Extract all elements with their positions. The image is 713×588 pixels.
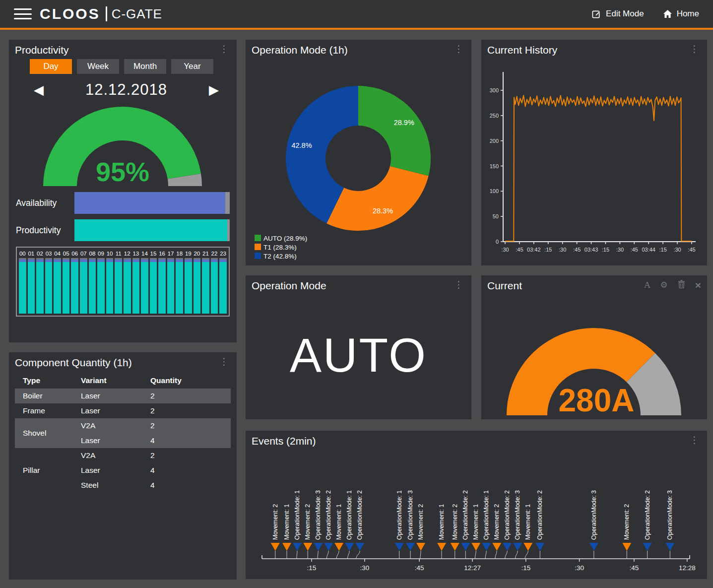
event-marker-operation[interactable] xyxy=(513,543,522,551)
gear-icon[interactable]: ⚙ xyxy=(660,281,667,289)
home-icon xyxy=(663,9,672,18)
table-group-shovel: ShovelV2A2Laser4 xyxy=(15,418,231,448)
prev-day-button[interactable]: ◀ xyxy=(34,83,44,96)
current-line-series xyxy=(505,95,692,241)
legend-swatch xyxy=(255,253,261,259)
tab-month[interactable]: Month xyxy=(124,59,166,74)
event-marker-operation[interactable] xyxy=(535,543,544,551)
kebab-menu-icon[interactable]: ⋮ xyxy=(688,435,701,445)
y-tick-label: 200 xyxy=(490,138,499,144)
hour-bar-10: 10 xyxy=(106,249,114,314)
hour-bar-12: 12 xyxy=(124,249,131,314)
y-tick-label: 0 xyxy=(496,239,499,245)
event-marker-operation[interactable] xyxy=(355,543,364,551)
event-label: Movement: 1 xyxy=(472,504,479,540)
menu-icon[interactable] xyxy=(14,8,32,19)
kebab-menu-icon[interactable]: ⋮ xyxy=(452,44,465,54)
event-marker-operation[interactable] xyxy=(345,543,354,551)
font-icon[interactable]: A xyxy=(644,281,650,289)
edit-icon xyxy=(592,9,601,19)
event-marker-operation[interactable] xyxy=(665,543,674,551)
home-button[interactable]: Home xyxy=(663,9,699,19)
current-title: Current xyxy=(487,280,522,292)
event-marker-movement[interactable] xyxy=(437,543,446,551)
tab-week[interactable]: Week xyxy=(77,59,119,74)
event-marker-operation[interactable] xyxy=(589,543,598,551)
x-tick-label: :45 xyxy=(516,247,523,253)
event-marker-operation[interactable] xyxy=(293,543,302,551)
x-tick-label: :30 xyxy=(673,247,681,253)
hour-bar-05: 05 xyxy=(63,249,70,314)
event-marker-operation[interactable] xyxy=(482,543,491,551)
tab-year[interactable]: Year xyxy=(171,59,213,74)
table-row: V2A2 xyxy=(81,418,231,433)
donut-slice-auto xyxy=(358,86,431,176)
event-marker-movement[interactable] xyxy=(471,543,480,551)
kebab-menu-icon[interactable]: ⋮ xyxy=(452,280,465,289)
kebab-menu-icon[interactable]: ⋮ xyxy=(217,357,231,366)
table-group-boiler: BoilerLaser2 xyxy=(15,389,231,403)
time-tick-label: :45 xyxy=(415,564,424,572)
gauge-value-label: 95% xyxy=(96,157,149,187)
hour-bar-13: 13 xyxy=(132,249,140,314)
hour-bar-15: 15 xyxy=(150,249,157,314)
event-label: Movement: 2 xyxy=(623,504,630,540)
event-marker-movement[interactable] xyxy=(492,543,501,551)
kpi-bars: AvailabilityProductivity xyxy=(9,192,237,241)
event-marker-movement[interactable] xyxy=(451,543,459,551)
event-marker-movement[interactable] xyxy=(523,543,532,551)
edit-mode-button[interactable]: Edit Mode xyxy=(592,9,644,19)
current-history-chart: 050100150200250300:30:4503:42:15:30:4503… xyxy=(481,58,707,262)
col-header-quantity: Quantity xyxy=(150,376,182,385)
table-row: Laser4 xyxy=(81,433,231,448)
event-label: Movement: 1 xyxy=(283,504,290,540)
event-marker-operation[interactable] xyxy=(314,543,323,551)
legend-label: AUTO (28.9%) xyxy=(263,235,307,242)
hour-bar-20: 20 xyxy=(194,249,201,314)
event-marker-operation[interactable] xyxy=(395,543,404,551)
close-icon[interactable]: × xyxy=(695,281,701,289)
event-marker-operation[interactable] xyxy=(324,543,333,551)
event-label: Movement: 1 xyxy=(524,504,531,540)
event-connector xyxy=(318,551,318,559)
hour-bar-07: 07 xyxy=(80,249,87,314)
time-tick-label: 12:27 xyxy=(464,564,481,572)
trash-icon[interactable] xyxy=(678,280,685,290)
kebab-menu-icon[interactable]: ⋮ xyxy=(217,44,231,54)
table-group-pillar: PillarV2A2Laser4Steel4 xyxy=(15,448,231,493)
event-marker-movement[interactable] xyxy=(334,543,343,551)
tab-day[interactable]: Day xyxy=(30,59,72,74)
event-marker-operation[interactable] xyxy=(406,543,415,551)
event-marker-operation[interactable] xyxy=(643,543,652,551)
event-marker-movement[interactable] xyxy=(416,543,425,551)
event-connector xyxy=(297,551,297,559)
hour-bar-01: 01 xyxy=(28,249,35,314)
event-marker-operation[interactable] xyxy=(461,543,470,551)
current-history-panel: Current History ⋮ 050100150200250300:30:… xyxy=(481,40,707,265)
hour-bar-14: 14 xyxy=(141,249,148,314)
event-label: Movement: 2 xyxy=(417,504,424,540)
hour-bar-19: 19 xyxy=(185,249,192,314)
slice-label: 42.8% xyxy=(291,141,312,149)
app-root: CLOOS C-GATE Edit Mode Home Productivity… xyxy=(0,0,713,588)
event-label: OperationMode: 2 xyxy=(356,490,363,540)
event-label: OperationMode: 3 xyxy=(514,490,521,540)
y-tick-label: 100 xyxy=(490,188,499,194)
y-tick-label: 300 xyxy=(490,87,499,93)
event-marker-movement[interactable] xyxy=(622,543,631,551)
event-marker-movement[interactable] xyxy=(282,543,291,551)
col-header-variant: Variant xyxy=(81,376,150,385)
table-group-frame: FrameLaser2 xyxy=(15,403,231,418)
period-tabs: DayWeekMonthYear xyxy=(30,59,231,74)
operation-mode-1h-panel: Operation Mode (1h) ⋮ 28.9%28.3%42.8%AUT… xyxy=(246,40,471,265)
event-marker-movement[interactable] xyxy=(303,543,312,551)
event-label: OperationMode: 3 xyxy=(407,490,414,540)
event-marker-operation[interactable] xyxy=(503,543,512,551)
kebab-menu-icon[interactable]: ⋮ xyxy=(688,44,701,54)
event-marker-movement[interactable] xyxy=(271,543,280,551)
event-label: OperationMode: 1 xyxy=(346,490,353,540)
next-day-button[interactable]: ▶ xyxy=(209,83,219,96)
event-label: OperationMode: 2 xyxy=(644,490,651,540)
legend-label: T2 (42.8%) xyxy=(263,253,297,260)
event-label: OperationMode: 2 xyxy=(325,490,332,540)
